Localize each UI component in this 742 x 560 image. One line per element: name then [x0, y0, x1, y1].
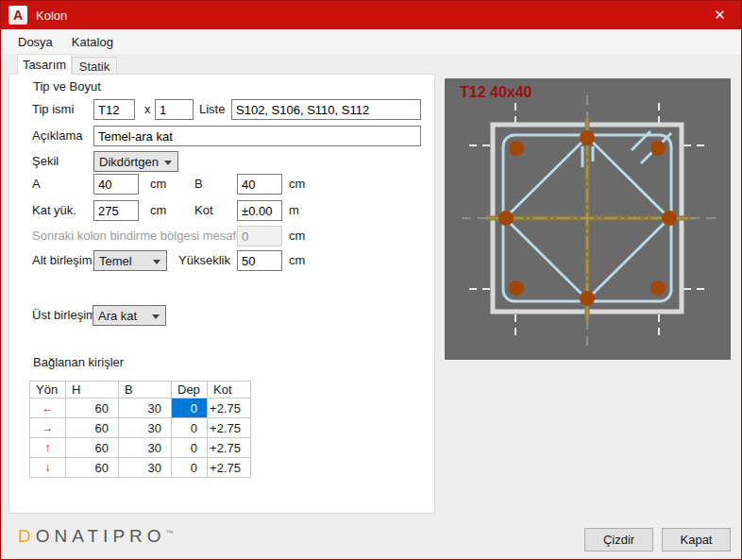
alt-birlesim-label: Alt birleşim	[32, 250, 93, 271]
table-row: ← 60 30 0 +2.75	[30, 399, 251, 418]
cell-kot[interactable]: +2.75	[208, 458, 251, 478]
cell-h[interactable]: 60	[66, 458, 119, 478]
ust-birlesim-label: Üst birleşim	[32, 305, 96, 326]
col-header-yon: Yön	[30, 382, 66, 399]
menu-item-katalog[interactable]: Katalog	[62, 29, 123, 54]
cell-b[interactable]: 30	[119, 438, 172, 458]
kot-label: Kot	[194, 200, 213, 221]
group-tip-ve-boyut-legend: Tip ve Boyut	[29, 79, 105, 93]
arrow-left-icon: ←	[30, 399, 66, 418]
menu-item-dosya[interactable]: Dosya	[8, 29, 62, 54]
yukseklik-unit: cm	[289, 250, 305, 271]
cell-dep-selected[interactable]: 0	[172, 399, 208, 418]
table-row: ↓ 60 30 0 +2.75	[30, 458, 251, 478]
kapat-button[interactable]: Kapat	[662, 528, 731, 552]
sekil-dropdown-value: Dikdörtgen	[99, 155, 159, 169]
table-row: → 60 30 0 +2.75	[30, 418, 251, 438]
b-input[interactable]	[237, 174, 282, 195]
aciklama-input[interactable]	[93, 126, 421, 146]
logo-first-letter: D	[18, 526, 36, 546]
col-header-kot: Kot	[208, 382, 251, 399]
b-label: B	[194, 174, 203, 195]
a-unit: cm	[150, 174, 166, 195]
cell-h[interactable]: 60	[66, 418, 119, 438]
bindirme-label: Sonraki kolon bindirme bölgesi mesafesi	[32, 226, 252, 246]
aciklama-label: Açıklama	[32, 126, 82, 146]
tip-ismi-input[interactable]	[93, 99, 135, 120]
close-icon[interactable]: ✕	[699, 1, 741, 29]
section-preview-panel: T12 40x40	[445, 78, 731, 360]
menu-bar: Dosya Katalog	[1, 29, 741, 54]
group-baglanan-kirisler-legend: Bağlanan kirişler	[29, 355, 127, 369]
chevron-down-icon	[164, 161, 172, 165]
section-caption: T12 40x40	[460, 84, 532, 101]
kat-yuk-input[interactable]	[93, 200, 139, 221]
arrow-down-icon: ↓	[30, 458, 66, 478]
cell-b[interactable]: 30	[119, 418, 172, 438]
times-label: x	[144, 99, 151, 120]
title-bar: A Kolon ✕	[1, 1, 741, 29]
yukseklik-input[interactable]	[237, 250, 282, 271]
col-header-dep: Dep	[172, 382, 208, 399]
chevron-down-icon	[152, 314, 160, 319]
tab-tasarim[interactable]: Tasarım	[17, 54, 72, 75]
cell-kot[interactable]: +2.75	[208, 418, 251, 438]
yukseklik-label: Yükseklik	[178, 250, 230, 271]
chevron-down-icon	[153, 260, 160, 264]
kat-yuk-unit: cm	[150, 200, 166, 221]
window-title: Kolon	[36, 8, 67, 23]
column-section-drawing	[445, 78, 731, 360]
bindirme-unit: cm	[289, 226, 305, 246]
cell-b[interactable]: 30	[119, 399, 172, 418]
cell-h[interactable]: 60	[66, 438, 119, 458]
liste-label: Liste	[199, 99, 225, 120]
alt-birlesim-dropdown-value: Temel	[99, 254, 132, 268]
arrow-up-icon: ↑	[30, 438, 66, 458]
kot-input[interactable]	[237, 200, 282, 221]
table-row: ↑ 60 30 0 +2.75	[30, 438, 251, 458]
tip-ismi-label: Tip ismi	[32, 99, 74, 120]
sekil-label: Şekil	[32, 151, 59, 172]
cizdir-button[interactable]: Çizdir	[584, 528, 653, 552]
ust-birlesim-dropdown-value: Ara kat	[98, 309, 137, 323]
donatipro-logo: DONATIPRO™	[18, 526, 174, 547]
arrow-right-icon: →	[30, 418, 66, 438]
kat-yuk-label: Kat yük.	[32, 200, 76, 221]
logo-trademark: ™	[166, 529, 174, 537]
cell-dep[interactable]: 0	[172, 438, 208, 458]
cell-kot[interactable]: +2.75	[208, 399, 251, 418]
a-label: A	[32, 174, 41, 195]
a-input[interactable]	[93, 174, 139, 195]
app-icon: A	[8, 6, 27, 25]
sekil-dropdown[interactable]: Dikdörtgen	[93, 151, 178, 172]
ust-birlesim-dropdown[interactable]: Ara kat	[93, 305, 166, 326]
liste-input[interactable]	[231, 99, 421, 120]
kot-unit: m	[289, 200, 299, 221]
count-input[interactable]	[155, 99, 194, 120]
tab-statik[interactable]: Statik	[72, 57, 117, 75]
logo-rest: ONATIPRO	[36, 526, 166, 546]
col-header-h: H	[66, 382, 119, 399]
alt-birlesim-dropdown[interactable]: Temel	[93, 250, 167, 271]
cell-h[interactable]: 60	[66, 399, 119, 418]
kolon-dialog: A Kolon ✕ Dosya Katalog Tasarım Statik T…	[0, 0, 742, 560]
cell-dep[interactable]: 0	[172, 458, 208, 478]
b-unit: cm	[289, 174, 305, 195]
cell-b[interactable]: 30	[119, 458, 172, 478]
cell-dep[interactable]: 0	[172, 418, 208, 438]
bindirme-input	[237, 226, 282, 246]
beams-table-header: Yön H B Dep Kot	[30, 382, 251, 399]
cell-kot[interactable]: +2.75	[208, 438, 251, 458]
col-header-b: B	[119, 382, 172, 399]
beams-table: Yön H B Dep Kot ← 60 30 0 +2.75 → 60 30 …	[29, 381, 251, 478]
app-icon-letter: A	[13, 8, 23, 23]
